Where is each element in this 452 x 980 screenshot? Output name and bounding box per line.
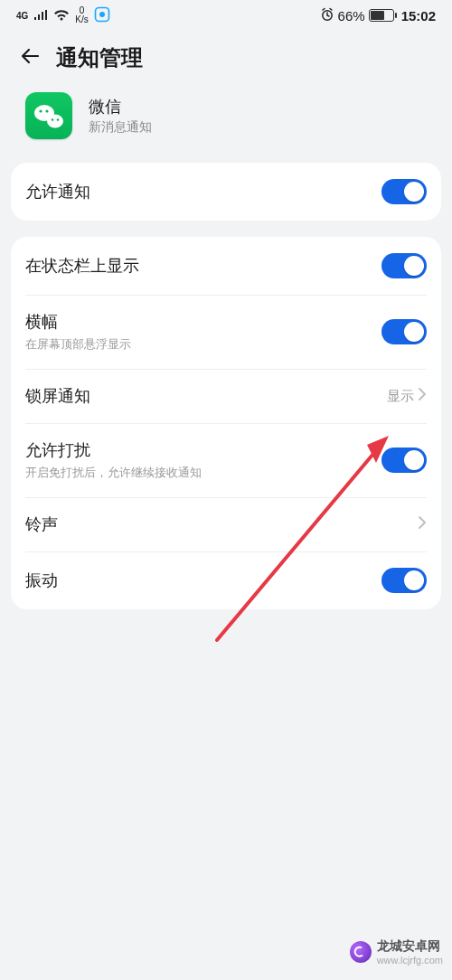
- app-subtitle: 新消息通知: [89, 119, 152, 136]
- page-header: 通知管理: [0, 31, 452, 87]
- row-status-bar-show[interactable]: 在状态栏上显示: [11, 237, 441, 295]
- app-indicator-icon: [94, 6, 110, 25]
- page-title: 通知管理: [56, 43, 143, 72]
- network-type: 4G: [16, 11, 28, 21]
- chevron-right-icon: [418, 515, 427, 533]
- row-title: 允许通知: [25, 181, 381, 203]
- watermark-text: 龙城安卓网: [377, 938, 443, 955]
- row-title: 横幅: [25, 311, 381, 333]
- toggle-allow-disturb[interactable]: [381, 448, 427, 473]
- app-info-text: 微信 新消息通知: [89, 96, 152, 136]
- watermark-logo-icon: [350, 941, 372, 963]
- row-allow-notifications[interactable]: 允许通知: [11, 163, 441, 221]
- status-bar: 4G 0 K/s 66% 15:02: [0, 0, 452, 31]
- app-name: 微信: [89, 96, 152, 118]
- wechat-app-icon: [25, 92, 72, 139]
- settings-group-main: 允许通知: [11, 163, 441, 221]
- svg-point-6: [47, 115, 63, 128]
- row-allow-disturb[interactable]: 允许打扰 开启免打扰后，允许继续接收通知: [11, 423, 441, 497]
- app-info-card: 微信 新消息通知: [0, 87, 452, 163]
- row-subtitle: 开启免打扰后，允许继续接收通知: [25, 465, 381, 481]
- svg-point-4: [39, 109, 42, 112]
- battery-percent-text: 66%: [338, 8, 365, 24]
- row-lockscreen[interactable]: 锁屏通知 显示: [11, 369, 441, 423]
- chevron-right-icon: [418, 387, 427, 405]
- row-vibrate[interactable]: 振动: [11, 551, 441, 609]
- row-title: 振动: [25, 570, 381, 591]
- back-button[interactable]: [18, 44, 42, 71]
- clock: 15:02: [401, 8, 436, 24]
- alarm-icon: [320, 7, 334, 24]
- row-banner[interactable]: 横幅 在屏幕顶部悬浮显示: [11, 295, 441, 369]
- row-title: 在状态栏上显示: [25, 255, 381, 277]
- status-left: 4G 0 K/s: [16, 6, 110, 25]
- row-subtitle: 在屏幕顶部悬浮显示: [25, 336, 381, 353]
- row-title: 锁屏通知: [25, 385, 387, 407]
- watermark-url: www.lcjrfg.com: [377, 955, 443, 966]
- speed-indicator: 0 K/s: [75, 6, 88, 24]
- settings-group-details: 在状态栏上显示 横幅 在屏幕顶部悬浮显示 锁屏通知 显示 允许打扰 开启免打扰后…: [11, 237, 441, 609]
- status-right: 66% 15:02: [320, 7, 436, 24]
- row-ringtone[interactable]: 铃声: [11, 497, 441, 551]
- watermark: 龙城安卓网 www.lcjrfg.com: [341, 935, 452, 969]
- row-value: 显示: [387, 388, 414, 405]
- battery-icon: [369, 9, 394, 22]
- svg-point-1: [99, 12, 105, 17]
- svg-point-5: [45, 109, 48, 112]
- toggle-banner[interactable]: [381, 319, 427, 344]
- signal-icon: [33, 8, 48, 24]
- row-title: 允许打扰: [25, 439, 381, 461]
- toggle-vibrate[interactable]: [381, 568, 427, 593]
- svg-point-7: [52, 118, 54, 121]
- toggle-status-bar-show[interactable]: [381, 253, 427, 278]
- wifi-icon: [53, 8, 70, 24]
- svg-point-8: [57, 118, 60, 121]
- row-title: 铃声: [25, 514, 418, 535]
- toggle-allow-notifications[interactable]: [381, 179, 427, 204]
